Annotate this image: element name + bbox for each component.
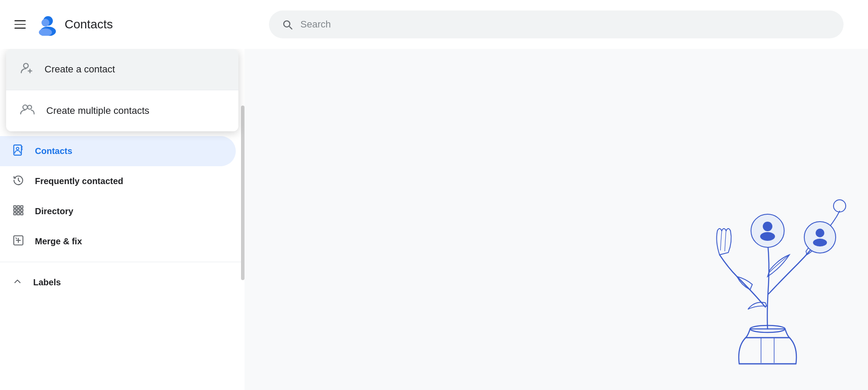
svg-point-23 — [834, 200, 846, 212]
contacts-nav-icon — [12, 144, 24, 158]
search-icon — [281, 18, 293, 31]
svg-point-5 — [23, 105, 27, 109]
app-logo — [37, 13, 59, 36]
people-add-icon — [20, 103, 36, 119]
dropdown-menu: Create a contact Create multiple contact… — [6, 49, 238, 131]
search-placeholder: Search — [300, 19, 331, 30]
frequently-contacted-label: Frequently contacted — [35, 176, 123, 186]
svg-rect-11 — [21, 206, 23, 208]
create-contact-item[interactable]: Create a contact — [6, 49, 238, 90]
main-body: Create a contact Create multiple contact… — [0, 49, 868, 390]
svg-rect-9 — [14, 206, 16, 208]
header: Contacts Search — [0, 0, 868, 49]
svg-point-8 — [16, 147, 19, 150]
svg-point-29 — [760, 232, 775, 241]
header-left: Contacts — [10, 13, 255, 36]
sidebar-scrollbar[interactable] — [241, 106, 245, 280]
svg-point-6 — [28, 105, 31, 109]
svg-point-4 — [24, 63, 28, 68]
svg-point-2 — [41, 19, 49, 27]
chevron-up-icon — [12, 276, 23, 289]
sidebar-item-labels[interactable]: Labels — [0, 267, 245, 298]
app-title: Contacts — [65, 17, 113, 31]
directory-label: Directory — [35, 206, 73, 216]
sidebar-item-directory[interactable]: Directory — [0, 196, 236, 226]
logo-container: Contacts — [37, 13, 113, 36]
sidebar-item-contacts[interactable]: Contacts — [0, 136, 236, 166]
history-icon — [12, 174, 24, 188]
svg-point-25 — [816, 229, 824, 237]
svg-point-28 — [763, 222, 772, 231]
sidebar-item-merge-fix[interactable]: Merge & fix — [0, 226, 236, 257]
svg-rect-10 — [17, 206, 19, 208]
svg-rect-14 — [21, 209, 23, 211]
sidebar-item-frequently-contacted[interactable]: Frequently contacted — [0, 166, 236, 196]
directory-icon — [12, 204, 24, 219]
svg-rect-12 — [14, 209, 16, 211]
create-multiple-label: Create multiple contacts — [46, 105, 149, 116]
create-contact-label: Create a contact — [45, 64, 115, 75]
contacts-nav-label: Contacts — [35, 146, 72, 156]
labels-label: Labels — [33, 277, 61, 287]
svg-rect-13 — [17, 209, 19, 211]
svg-rect-17 — [21, 212, 23, 215]
menu-button[interactable] — [10, 15, 30, 34]
create-multiple-contacts-item[interactable]: Create multiple contacts — [6, 90, 238, 131]
search-bar[interactable]: Search — [269, 10, 844, 38]
svg-rect-15 — [14, 212, 16, 215]
svg-point-26 — [813, 239, 827, 246]
sidebar-divider — [0, 262, 245, 262]
sidebar: Create a contact Create multiple contact… — [0, 49, 245, 390]
merge-fix-label: Merge & fix — [35, 236, 82, 246]
empty-state-illustration — [685, 154, 851, 373]
person-add-icon — [20, 61, 34, 78]
content-area — [245, 49, 868, 390]
svg-rect-16 — [17, 212, 19, 215]
merge-fix-icon — [12, 234, 24, 249]
